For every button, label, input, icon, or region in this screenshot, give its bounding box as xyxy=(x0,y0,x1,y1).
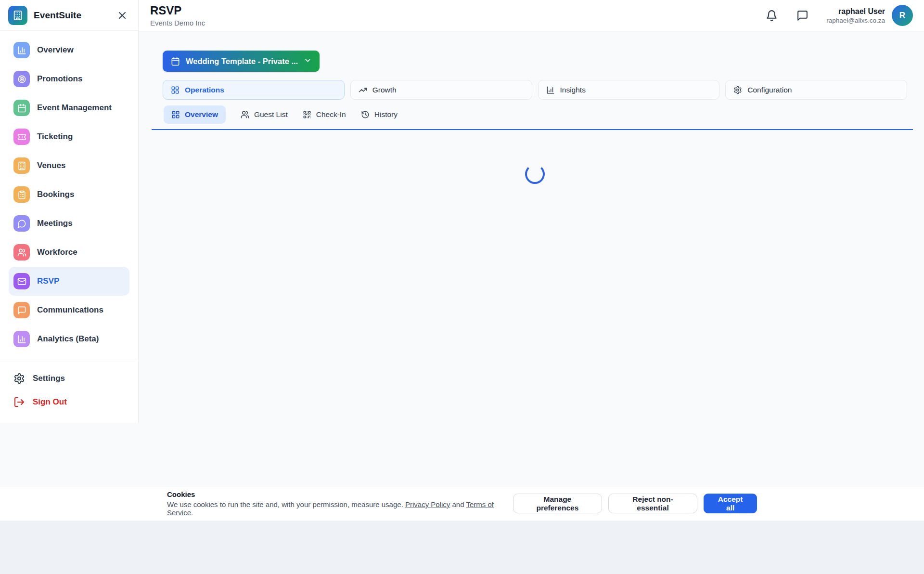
bar-chart-icon xyxy=(13,42,30,58)
sign-out-button[interactable]: Sign Out xyxy=(9,390,129,414)
close-icon xyxy=(116,10,128,21)
sub-tabs: Overview Guest List Check-In History xyxy=(164,105,907,124)
sidebar-item-overview[interactable]: Overview xyxy=(9,36,129,65)
tab-operations[interactable]: Operations xyxy=(163,80,345,100)
chevron-down-icon xyxy=(304,56,312,66)
sidebar-item-rsvp[interactable]: RSVP xyxy=(9,267,129,296)
user-info: raphael User raphael@allxs.co.za xyxy=(826,7,885,24)
ticket-icon xyxy=(13,129,30,145)
target-icon xyxy=(13,71,30,87)
sidebar-item-promotions[interactable]: Promotions xyxy=(9,65,129,93)
sidebar-header: EventSuite xyxy=(0,0,138,31)
subtab-overview[interactable]: Overview xyxy=(164,105,226,124)
top-header: RSVP Events Demo Inc raphael User raphae… xyxy=(139,0,924,31)
sidebar-item-label: RSVP xyxy=(37,276,59,286)
cookie-banner-content: Cookies We use cookies to run the site a… xyxy=(167,490,757,517)
clipboard-icon xyxy=(13,186,30,203)
gear-icon xyxy=(13,373,25,384)
cookie-title: Cookies xyxy=(167,490,513,498)
header-actions: raphael User raphael@allxs.co.za R xyxy=(765,5,913,26)
manage-preferences-button[interactable]: Manage preferences xyxy=(513,494,602,513)
app-title: EventSuite xyxy=(34,10,81,21)
subtab-label: Guest List xyxy=(254,110,288,119)
envelope-icon xyxy=(13,273,30,289)
trending-up-icon xyxy=(359,86,367,94)
people-icon xyxy=(241,110,249,119)
sidebar: EventSuite Overview Promotions xyxy=(0,0,139,423)
reject-non-essential-button[interactable]: Reject non-essential xyxy=(608,494,698,513)
sidebar-item-label: Workforce xyxy=(37,248,77,257)
bell-icon xyxy=(766,10,778,22)
user-name: raphael User xyxy=(826,7,885,16)
cookie-message: We use cookies to run the site and, with… xyxy=(167,500,513,517)
calendar-icon xyxy=(13,100,30,116)
tab-configuration[interactable]: Configuration xyxy=(725,80,907,100)
calendar-icon xyxy=(171,57,180,66)
subtab-guest-list[interactable]: Guest List xyxy=(241,105,288,124)
gear-icon xyxy=(733,86,742,94)
sidebar-item-workforce[interactable]: Workforce xyxy=(9,238,129,267)
page-title-block: RSVP Events Demo Inc xyxy=(150,4,205,27)
avatar[interactable]: R xyxy=(892,5,913,26)
sidebar-item-analytics[interactable]: Analytics (Beta) xyxy=(9,325,129,353)
logout-icon xyxy=(13,396,25,408)
tab-insights[interactable]: Insights xyxy=(538,80,720,100)
sidebar-item-label: Venues xyxy=(37,161,66,170)
subtab-history[interactable]: History xyxy=(361,105,398,124)
loading-spinner xyxy=(525,164,545,184)
sidebar-item-label: Bookings xyxy=(37,190,74,199)
sidebar-item-label: Meetings xyxy=(37,219,73,228)
sidebar-item-communications[interactable]: Communications xyxy=(9,296,129,325)
people-icon xyxy=(13,244,30,261)
user-email: raphael@allxs.co.za xyxy=(826,17,885,24)
tab-label: Configuration xyxy=(747,86,792,94)
cookie-text: Cookies We use cookies to run the site a… xyxy=(167,490,513,517)
sidebar-item-label: Event Management xyxy=(37,103,112,113)
cookie-and-text: and xyxy=(450,500,466,509)
sidebar-item-ticketing[interactable]: Ticketing xyxy=(9,122,129,151)
tab-growth[interactable]: Growth xyxy=(350,80,532,100)
accept-all-button[interactable]: Accept all xyxy=(704,494,757,513)
active-tab-underline xyxy=(152,129,913,130)
event-selector-button[interactable]: Wedding Template - Private ... xyxy=(163,51,320,72)
notifications-button[interactable] xyxy=(765,9,778,22)
sidebar-item-meetings[interactable]: Meetings xyxy=(9,209,129,238)
sidebar-item-label: Overview xyxy=(37,45,74,55)
section-tabs: Operations Growth Insights Configuration xyxy=(163,80,907,100)
main-content: Wedding Template - Private ... Operation… xyxy=(139,31,924,486)
sign-out-label: Sign Out xyxy=(33,397,67,407)
chat-bubble-icon xyxy=(13,215,30,232)
messages-button[interactable] xyxy=(796,9,809,22)
chart-column-icon xyxy=(546,86,555,94)
app-window: EventSuite Overview Promotions xyxy=(0,0,924,574)
settings-label: Settings xyxy=(33,374,65,383)
sidebar-close-button[interactable] xyxy=(115,8,129,23)
grid-icon xyxy=(171,110,180,119)
settings-button[interactable]: Settings xyxy=(9,366,129,390)
sidebar-footer: Settings Sign Out xyxy=(0,360,138,414)
sidebar-item-bookings[interactable]: Bookings xyxy=(9,180,129,209)
app-logo xyxy=(8,6,27,25)
bar-chart-icon xyxy=(13,331,30,347)
privacy-policy-link[interactable]: Privacy Policy xyxy=(405,500,450,509)
user-menu[interactable]: raphael User raphael@allxs.co.za R xyxy=(826,5,913,26)
sidebar-item-label: Promotions xyxy=(37,74,82,84)
sidebar-item-venues[interactable]: Venues xyxy=(9,151,129,180)
grid-icon xyxy=(171,86,180,94)
subtab-label: History xyxy=(374,110,398,119)
page-subtitle: Events Demo Inc xyxy=(150,19,205,27)
tab-label: Insights xyxy=(560,86,586,94)
tab-label: Growth xyxy=(372,86,397,94)
sidebar-item-event-management[interactable]: Event Management xyxy=(9,93,129,122)
cookie-message-suffix: . xyxy=(191,509,193,517)
subtab-check-in[interactable]: Check-In xyxy=(303,105,346,124)
building-icon xyxy=(13,157,30,174)
chat-icon xyxy=(796,10,808,22)
sidebar-nav: Overview Promotions Event Management Tic… xyxy=(0,31,138,353)
page-title: RSVP xyxy=(150,4,205,17)
sidebar-item-label: Analytics (Beta) xyxy=(37,334,99,344)
history-icon xyxy=(361,110,370,119)
sidebar-item-label: Communications xyxy=(37,305,103,315)
subtab-label: Overview xyxy=(185,110,218,119)
cookie-banner: Cookies We use cookies to run the site a… xyxy=(0,486,924,521)
